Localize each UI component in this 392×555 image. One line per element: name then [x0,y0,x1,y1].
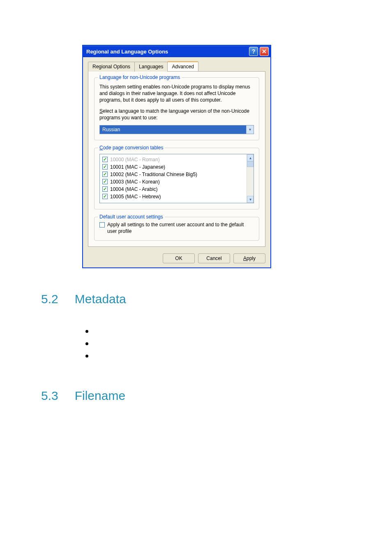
list-item[interactable]: ✓ 10002 (MAC - Traditional Chinese Big5) [102,171,244,178]
ok-button[interactable]: OK [163,253,195,263]
tab-advanced[interactable]: Advanced [167,61,198,71]
tab-regional-options[interactable]: Regional Options [88,62,135,72]
window-title: Regional and Language Options [86,49,247,55]
group-language-nonunicode: Language for non-Unicode programs This s… [94,77,259,140]
heading-text: Metadata [75,292,126,306]
section-5-2: 5.2 Metadata [41,292,126,367]
bullet-icon [85,330,88,333]
list-item[interactable]: ✓ 10001 (MAC - Japanese) [102,163,244,171]
scroll-track[interactable] [247,167,254,196]
list-item[interactable]: ✓ 10005 (MAC - Hebrew) [102,193,244,200]
list-item-label: 10005 (MAC - Hebrew) [110,194,161,200]
group-codepage-tables: Code page conversion tables ✓ 10000 (MAC… [94,148,259,209]
group-legend: Code page conversion tables [98,145,165,151]
list-item-label: 10004 (MAC - Arabic) [110,186,157,192]
apply-button[interactable]: Apply [233,253,265,263]
list-item[interactable]: ✓ 10000 (MAC - Roman) [102,156,244,163]
list-item-label: 10002 (MAC - Traditional Chinese Big5) [110,172,197,177]
heading: 5.2 Metadata [41,292,126,306]
list-item-label: 10003 (MAC - Korean) [110,179,160,185]
list-item-label: 10001 (MAC - Japanese) [110,164,165,170]
tab-panel-advanced: Language for non-Unicode programs This s… [88,71,265,247]
heading-text: Filename [75,389,125,403]
checkbox-icon[interactable]: ✓ [102,194,108,199]
section-5-3: 5.3 Filename [41,389,125,403]
tab-languages[interactable]: Languages [134,62,168,72]
bullet-icon [85,342,88,345]
scroll-up-icon[interactable]: ▴ [247,154,254,161]
list-item[interactable]: ✓ 10004 (MAC - Arabic) [102,186,244,193]
checkbox-label: Apply all settings to the current user a… [107,221,254,235]
heading: 5.3 Filename [41,389,125,403]
cancel-button[interactable]: Cancel [198,253,230,263]
close-button[interactable]: ✕ [260,47,269,56]
scrollbar[interactable]: ▴ ▾ [247,154,254,203]
apply-default-checkbox-row[interactable]: Apply all settings to the current user a… [99,221,254,235]
scroll-thumb[interactable] [247,161,254,167]
dialog-button-row: OK Cancel Apply [83,250,270,267]
codepage-items: ✓ 10000 (MAC - Roman) ✓ 10001 (MAC - Jap… [100,154,247,203]
checkbox-icon[interactable]: ✓ [102,172,108,177]
heading-number: 5.3 [41,389,58,403]
checkbox-icon[interactable]: ✓ [102,179,108,184]
checkbox-icon[interactable]: ✓ [102,157,108,162]
list-item-label: 10000 (MAC - Roman) [110,157,160,163]
scroll-down-icon[interactable]: ▾ [247,196,254,203]
tab-strip: Regional Options Languages Advanced [88,61,265,71]
checkbox-icon[interactable]: ✓ [102,164,108,170]
help-button[interactable]: ? [249,47,258,56]
list-item[interactable]: ✓ 10003 (MAC - Korean) [102,178,244,186]
group-legend: Default user account settings [98,214,165,220]
chevron-down-icon[interactable]: ▾ [246,125,254,134]
group-desc-2: Select a language to match the language … [99,108,254,121]
bullet-list [85,330,126,358]
group-desc-1: This system setting enables non-Unicode … [99,84,254,104]
regional-language-dialog: Regional and Language Options ? ✕ Region… [82,45,271,268]
language-combobox[interactable]: Russian ▾ [99,125,254,134]
checkbox-icon[interactable]: ✓ [102,186,108,192]
group-legend: Language for non-Unicode programs [98,74,182,80]
language-combobox-value: Russian [100,125,246,134]
titlebar[interactable]: Regional and Language Options ? ✕ [83,46,270,57]
bullet-icon [85,355,88,358]
heading-number: 5.2 [41,292,58,306]
checkbox-icon[interactable] [99,222,105,228]
group-default-user-settings: Default user account settings Apply all … [94,217,259,241]
codepage-listbox[interactable]: ✓ 10000 (MAC - Roman) ✓ 10001 (MAC - Jap… [99,154,254,203]
